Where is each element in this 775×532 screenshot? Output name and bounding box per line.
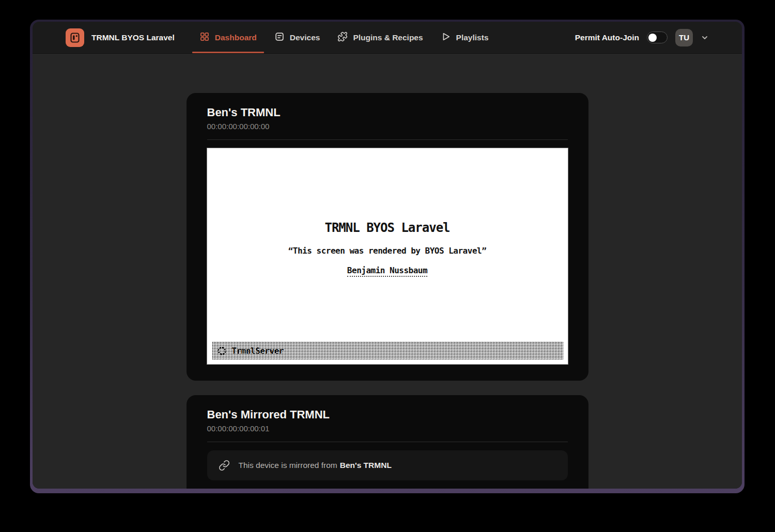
- screen-status-label: TrmnlServer: [232, 346, 284, 356]
- trmnl-logo-icon: [66, 28, 84, 47]
- permit-auto-join-toggle[interactable]: [647, 32, 668, 43]
- toggle-knob: [648, 34, 657, 42]
- chevron-down-icon[interactable]: [701, 34, 709, 42]
- dashboard-grid-icon: [199, 32, 210, 44]
- divider: [207, 442, 568, 442]
- mirror-notice-text: This device is mirrored fromBen's TRMNL: [239, 461, 392, 470]
- screen-quote: “This screen was rendered by BYOS Larave…: [207, 246, 568, 256]
- navbar-right-cluster: Permit Auto-Join TU: [575, 22, 709, 53]
- user-avatar[interactable]: TU: [675, 29, 693, 46]
- device-card-bens-trmnl: Ben's TRMNL 00:00:00:00:00:00 TRMNL BYOS…: [187, 93, 588, 381]
- nav-label: Dashboard: [215, 33, 257, 42]
- eink-screen-preview: TRMNL BYOS Laravel “This screen was rend…: [207, 148, 568, 364]
- device-list-icon: [274, 32, 285, 44]
- link-icon: [219, 460, 230, 471]
- nav-item-devices[interactable]: Devices: [267, 22, 328, 53]
- device-name: Ben's TRMNL: [207, 106, 568, 119]
- play-icon: [441, 32, 451, 44]
- main-content: Ben's TRMNL 00:00:00:00:00:00 TRMNL BYOS…: [33, 54, 742, 489]
- device-mac-address: 00:00:00:00:00:00: [207, 122, 568, 131]
- divider: [207, 139, 568, 140]
- screen-status-bar: TrmnlServer: [212, 342, 563, 359]
- mirror-source-device: Ben's TRMNL: [340, 461, 392, 470]
- device-card-bens-mirrored-trmnl: Ben's Mirrored TRMNL 00:00:00:00:00:01 T…: [187, 395, 588, 489]
- mirror-notice-prefix: This device is mirrored from: [239, 461, 337, 470]
- screen-title: TRMNL BYOS Laravel: [207, 148, 568, 235]
- brand[interactable]: TRMNL BYOS Laravel: [66, 22, 175, 53]
- nav-item-plugins-recipes[interactable]: Plugins & Recipes: [330, 22, 430, 53]
- spinner-icon: [217, 346, 227, 356]
- brand-title: TRMNL BYOS Laravel: [91, 33, 175, 42]
- browser-window-frame: TRMNL BYOS Laravel Dashboard: [30, 20, 745, 493]
- puzzle-icon: [337, 32, 348, 44]
- permit-auto-join-label: Permit Auto-Join: [575, 33, 639, 42]
- nav-label: Devices: [290, 33, 320, 42]
- nav-label: Plugins & Recipes: [353, 33, 423, 42]
- nav-label: Playlists: [456, 33, 489, 42]
- nav-item-playlists[interactable]: Playlists: [433, 22, 496, 53]
- app-window: TRMNL BYOS Laravel Dashboard: [33, 22, 742, 489]
- nav-item-dashboard[interactable]: Dashboard: [192, 22, 264, 53]
- device-mac-address: 00:00:00:00:00:01: [207, 424, 568, 433]
- top-navbar: TRMNL BYOS Laravel Dashboard: [33, 22, 742, 54]
- main-nav: Dashboard Devices: [192, 22, 499, 53]
- device-name: Ben's Mirrored TRMNL: [207, 409, 568, 421]
- mirror-notice-box: This device is mirrored fromBen's TRMNL: [207, 450, 568, 480]
- screen-author-link: Benjamin Nussbaum: [347, 265, 427, 277]
